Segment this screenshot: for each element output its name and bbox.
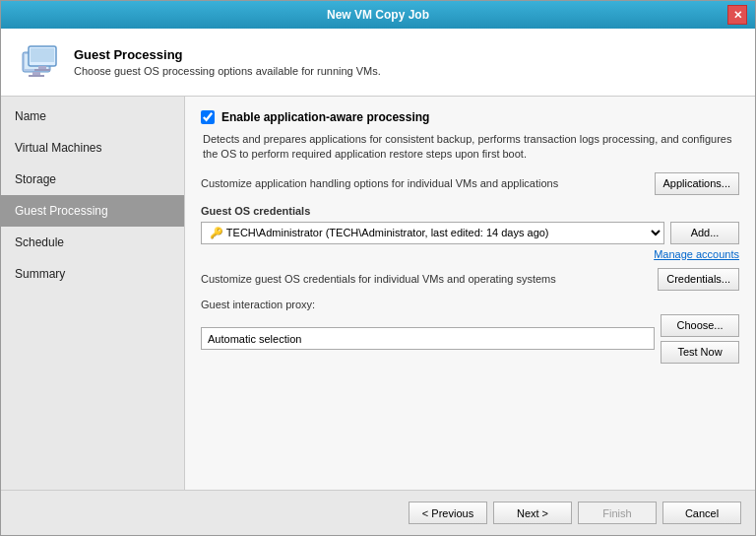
customize-apps-row: Customize application handling options f… xyxy=(201,172,739,195)
proxy-label: Guest interaction proxy: xyxy=(201,299,739,310)
customize-credentials-label: Customize guest OS credentials for indiv… xyxy=(201,273,658,285)
test-now-button[interactable]: Test Now xyxy=(661,341,739,364)
header-title: Guest Processing xyxy=(74,47,381,62)
sidebar-item-name[interactable]: Name xyxy=(1,100,184,132)
guest-os-credentials-label: Guest OS credentials xyxy=(201,205,739,217)
sidebar-item-schedule[interactable]: Schedule xyxy=(1,227,184,258)
proxy-buttons: Choose... Test Now xyxy=(661,314,739,364)
close-button[interactable]: ✕ xyxy=(727,5,747,25)
proxy-input[interactable] xyxy=(201,327,655,350)
main-window: New VM Copy Job ✕ Guest Processing Choos… xyxy=(0,0,756,536)
applications-button[interactable]: Applications... xyxy=(655,172,739,195)
footer: < Previous Next > Finish Cancel xyxy=(1,490,755,535)
credentials-button[interactable]: Credentials... xyxy=(658,268,739,291)
main-area: Name Virtual Machines Storage Guest Proc… xyxy=(1,97,755,490)
manage-accounts-link[interactable]: Manage accounts xyxy=(201,248,739,260)
finish-button[interactable]: Finish xyxy=(578,502,657,524)
previous-button[interactable]: < Previous xyxy=(409,502,487,524)
svg-rect-7 xyxy=(34,69,50,71)
sidebar-item-virtual-machines[interactable]: Virtual Machines xyxy=(1,132,184,164)
next-button[interactable]: Next > xyxy=(493,502,572,524)
cancel-button[interactable]: Cancel xyxy=(662,502,741,524)
customize-credentials-row: Customize guest OS credentials for indiv… xyxy=(201,268,739,291)
guest-processing-icon xyxy=(15,38,62,86)
header-subtitle: Choose guest OS processing options avail… xyxy=(74,65,381,77)
sidebar-item-summary[interactable]: Summary xyxy=(1,258,184,290)
credential-row: 🔑 TECH\Administrator (TECH\Administrator… xyxy=(201,222,739,244)
sidebar-item-guest-processing[interactable]: Guest Processing xyxy=(1,195,184,227)
svg-rect-5 xyxy=(31,48,54,62)
sidebar-item-storage[interactable]: Storage xyxy=(1,164,184,195)
window-title: New VM Copy Job xyxy=(29,8,727,22)
enable-description: Detects and prepares applications for co… xyxy=(203,132,739,163)
enable-checkbox[interactable] xyxy=(201,110,215,124)
proxy-row: Choose... Test Now xyxy=(201,314,739,364)
header-text: Guest Processing Choose guest OS process… xyxy=(74,47,381,77)
svg-rect-3 xyxy=(29,75,44,77)
add-button[interactable]: Add... xyxy=(670,222,739,244)
svg-rect-6 xyxy=(38,66,46,69)
credential-select[interactable]: 🔑 TECH\Administrator (TECH\Administrator… xyxy=(201,222,664,244)
content-area: Enable application-aware processing Dete… xyxy=(185,97,755,490)
customize-apps-label: Customize application handling options f… xyxy=(201,177,655,189)
enable-checkbox-label[interactable]: Enable application-aware processing xyxy=(221,110,429,124)
sidebar: Name Virtual Machines Storage Guest Proc… xyxy=(1,97,185,490)
titlebar: New VM Copy Job ✕ xyxy=(1,1,755,29)
header: Guest Processing Choose guest OS process… xyxy=(1,29,755,97)
choose-button[interactable]: Choose... xyxy=(661,314,739,337)
enable-checkbox-row: Enable application-aware processing xyxy=(201,110,739,124)
svg-rect-2 xyxy=(32,72,40,75)
